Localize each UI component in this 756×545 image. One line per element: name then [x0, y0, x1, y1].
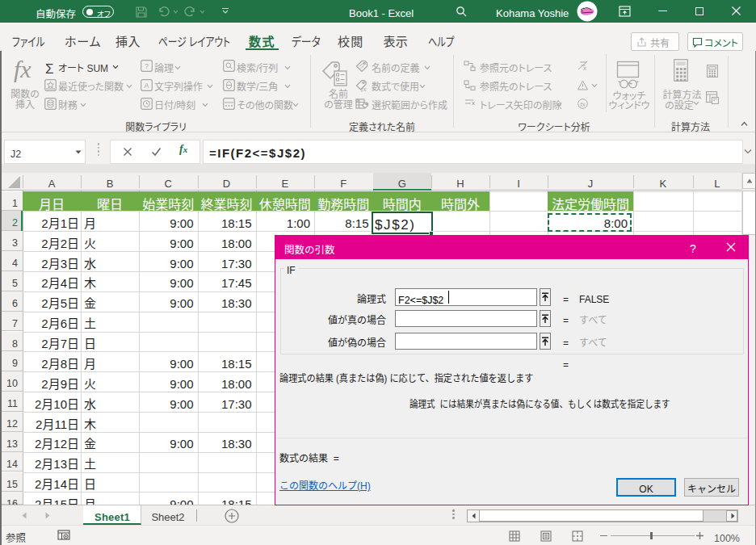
- svg-text:fx: fx: [361, 84, 367, 92]
- svg-text:?: ?: [145, 61, 149, 71]
- svg-text:A: A: [144, 80, 149, 90]
- svg-text:x: x: [582, 63, 587, 72]
